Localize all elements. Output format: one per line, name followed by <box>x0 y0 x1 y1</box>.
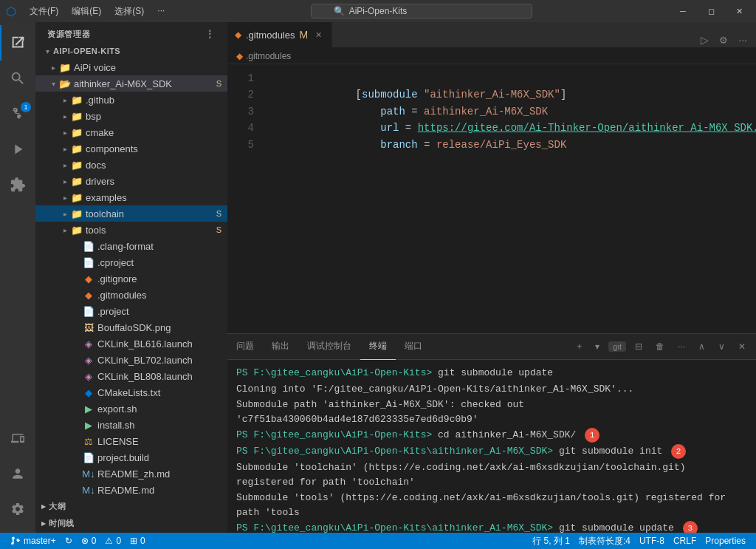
search-box[interactable]: 🔍 AiPi-Open-Kits <box>311 4 532 18</box>
tab-gitmodules[interactable]: ◆ .gitmodules M ✕ <box>227 22 332 47</box>
git-icon: ◆ <box>83 273 94 284</box>
status-info[interactable]: ⊞ 0 <box>126 533 150 549</box>
status-indent[interactable]: 制表符长度:4 <box>574 533 635 549</box>
tree-item-components[interactable]: ▸ 📁 components <box>35 140 227 157</box>
folder-sdk-icon: 📂 <box>59 78 71 89</box>
launch-icon: ◈ <box>83 354 94 366</box>
sidebar-title: 资源管理器 <box>47 29 90 40</box>
split-icon[interactable]: ⊟ <box>630 340 647 353</box>
status-warnings[interactable]: ⚠ 0 <box>100 533 126 549</box>
tree-item-export[interactable]: ▸ ▶ export.sh <box>35 400 227 417</box>
activity-remote[interactable] <box>0 420 35 456</box>
panel-tab-output[interactable]: 输出 <box>263 334 298 360</box>
section-outline[interactable]: ▸ 大纲 <box>35 498 227 515</box>
tree-item-github[interactable]: ▸ 📁 .github <box>35 92 227 108</box>
tree-item-cmake[interactable]: ▸ 📁 cmake <box>35 124 227 140</box>
tree-item-readme-zh[interactable]: ▸ M↓ README_zh.md <box>35 466 227 482</box>
tree-item-readme[interactable]: ▸ M↓ README.md <box>35 482 227 498</box>
tree-item-clang[interactable]: ▸ 📄 .clang-format <box>35 238 227 254</box>
trash-icon[interactable]: 🗑 <box>651 340 669 353</box>
arrow: ▸ <box>59 143 71 154</box>
tree-item-launch702[interactable]: ▸ ◈ CKLink_BL702.launch <box>35 352 227 368</box>
panel-tab-terminal[interactable]: 终端 <box>360 334 396 360</box>
tree-item-cproject[interactable]: ▸ 📄 .cproject <box>35 254 227 270</box>
activity-search[interactable] <box>0 61 35 96</box>
file-icon: 📄 <box>83 240 94 252</box>
tree-label-project-build: project.build <box>97 452 221 463</box>
run-icon <box>10 141 26 157</box>
panel-tab-ports[interactable]: 端口 <box>396 334 431 360</box>
debug-action[interactable]: ⚙ <box>716 33 731 47</box>
tree-item-drivers[interactable]: ▸ 📁 drivers <box>35 173 227 189</box>
tree-item-examples[interactable]: ▸ 📁 examples <box>35 189 227 205</box>
tree-item-png[interactable]: ▸ 🖼 BouffaloSDK.png <box>35 319 227 335</box>
tree-item-project[interactable]: ▸ 📄 .project <box>35 303 227 319</box>
activity-source-control[interactable]: 1 <box>0 96 35 132</box>
warning-count: 0 <box>116 536 121 546</box>
status-eol[interactable]: CRLF <box>669 533 701 549</box>
tree-item-license[interactable]: ▸ ⚖ LICENSE <box>35 433 227 449</box>
section-timeline[interactable]: ▸ 时间线 <box>35 515 227 532</box>
status-errors[interactable]: ⊗ 0 <box>77 533 101 549</box>
status-language[interactable]: Properties <box>701 533 750 549</box>
tree-item-install[interactable]: ▸ ▶ install.sh <box>35 417 227 433</box>
tree-item-project-build[interactable]: ▸ 📄 project.build <box>35 449 227 466</box>
status-encoding[interactable]: UTF-8 <box>635 533 669 549</box>
terminal[interactable]: PS F:\gitee_cangku\AiPi-Open-Kits> git s… <box>227 360 756 533</box>
folder-icon: 📁 <box>71 143 83 154</box>
tree-item-gitignore[interactable]: ▸ ◆ .gitignore <box>35 270 227 287</box>
menu-edit[interactable]: 编辑(E) <box>66 4 107 19</box>
tree-item-sdk[interactable]: ▾ 📂 aithinker_Ai-M6X_SDK S <box>35 75 227 92</box>
tree-label-examples: examples <box>86 192 221 203</box>
collapsed-arrow: ▸ <box>47 61 59 73</box>
menu-file[interactable]: 文件(F) <box>24 4 64 19</box>
term-prompt: PS F:\gitee_cangku\AiPi-Open-Kits> <box>236 367 432 378</box>
more-icon[interactable]: ··· <box>673 340 690 353</box>
tree-item-docs[interactable]: ▸ 📁 docs <box>35 157 227 173</box>
code-content[interactable]: [submodule "aithinker_Ai-M6X_SDK"] path … <box>263 64 756 333</box>
new-terminal-button[interactable]: + <box>572 340 586 353</box>
activity-run[interactable] <box>0 132 35 167</box>
tree-root[interactable]: ▾ AIPI-OPEN-KITS <box>35 43 227 59</box>
status-position[interactable]: 行 5, 列 1 <box>528 533 574 549</box>
tab-close-button[interactable]: ✕ <box>312 29 324 41</box>
activity-extensions[interactable] <box>0 167 35 202</box>
tree-item-launch808[interactable]: ▸ ◈ CKLink_BL808.launch <box>35 368 227 384</box>
explorer-icon <box>10 35 27 51</box>
tree-label-cproject: .cproject <box>97 257 221 268</box>
panel-tab-issues[interactable]: 问题 <box>227 334 263 360</box>
tree-item-toolchain[interactable]: ▸ 📁 toolchain S <box>35 205 227 222</box>
menu-select[interactable]: 选择(S) <box>109 4 150 19</box>
encoding-text: UTF-8 <box>639 536 664 546</box>
tree-item-bsp[interactable]: ▸ 📁 bsp <box>35 108 227 124</box>
tree-item-cmakelists[interactable]: ▸ ◆ CMakeLists.txt <box>35 384 227 400</box>
menu-more[interactable]: ··· <box>151 4 171 19</box>
close-panel-button[interactable]: ✕ <box>734 340 750 353</box>
warning-icon: ⚠ <box>105 536 113 546</box>
svg-rect-3 <box>22 41 24 47</box>
more-action[interactable]: ··· <box>735 33 750 47</box>
launch-icon: ◈ <box>83 370 94 382</box>
activity-account[interactable] <box>0 456 35 491</box>
close-button[interactable]: ✕ <box>728 4 750 18</box>
status-sync[interactable]: ↻ <box>61 533 77 549</box>
expand-icon[interactable]: ∨ <box>714 340 729 353</box>
activity-settings[interactable] <box>0 491 35 527</box>
panel-tab-debug[interactable]: 调试控制台 <box>298 334 360 360</box>
status-branch[interactable]: master+ <box>6 533 61 549</box>
collapse-icon[interactable]: ∧ <box>694 340 709 353</box>
tree-item-aipi-voice[interactable]: ▸ 📁 AiPi voice <box>35 59 227 75</box>
arrow: ▸ <box>59 175 71 187</box>
new-file-icon[interactable]: ⋮ <box>205 28 216 40</box>
launch-icon: ◈ <box>83 338 94 349</box>
activity-explorer[interactable] <box>0 25 35 61</box>
code-editor: 1 2 3 4 5 [submodule "aithinker_Ai-M6X_S… <box>227 64 756 333</box>
tree-item-gitmodules[interactable]: ▸ ◆ .gitmodules <box>35 287 227 303</box>
tree-item-launch616[interactable]: ▸ ◈ CKLink_BL616.launch <box>35 335 227 352</box>
split-terminal-button[interactable]: ▾ <box>591 340 604 353</box>
run-action[interactable]: ▷ <box>698 33 712 47</box>
maximize-button[interactable]: ◻ <box>700 4 722 18</box>
tree-item-tools[interactable]: ▸ 📁 tools S <box>35 222 227 238</box>
folder-tools-icon: 📁 <box>71 224 83 236</box>
minimize-button[interactable]: ─ <box>672 4 694 18</box>
